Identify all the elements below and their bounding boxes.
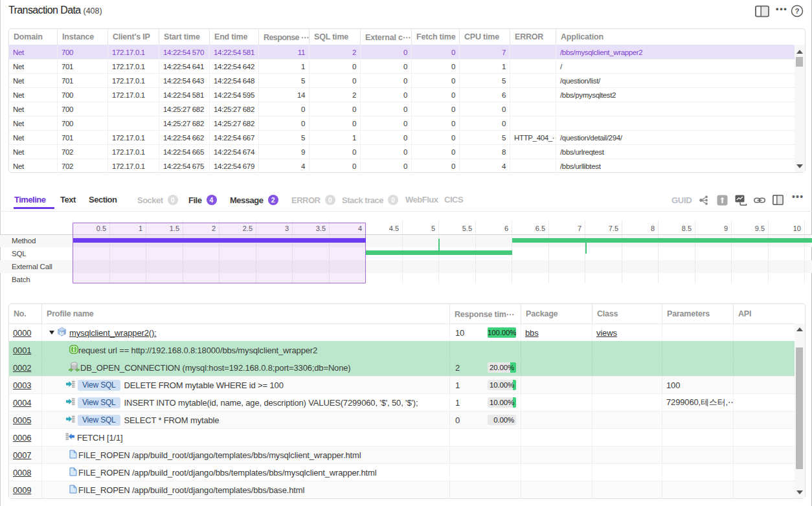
svg-text:M: M bbox=[60, 331, 63, 336]
svg-text:?: ? bbox=[795, 7, 799, 15]
